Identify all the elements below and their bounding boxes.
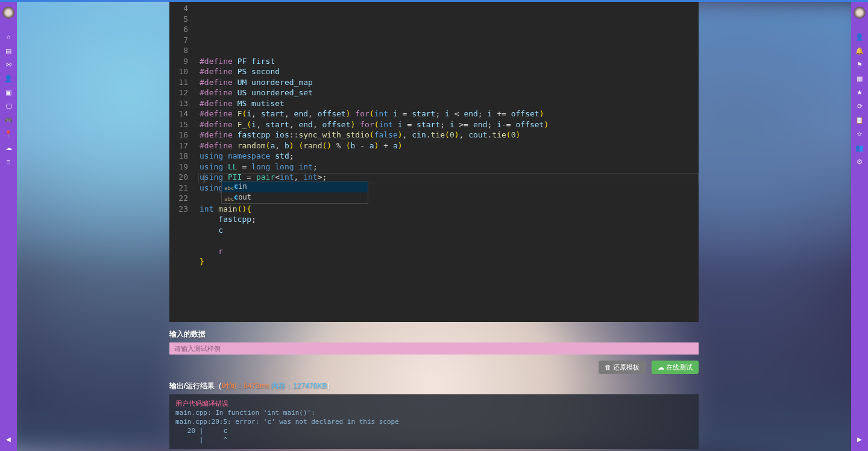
- left-nav-rail: ⌂▤✉👤▣🖵🎮📍☁≡ ◀: [0, 2, 17, 451]
- clip-icon[interactable]: 📋: [855, 116, 864, 124]
- monitor-icon[interactable]: 🖵: [4, 102, 13, 110]
- user2-icon[interactable]: 👥: [855, 144, 864, 152]
- book-icon[interactable]: ▦: [855, 74, 864, 83]
- flag-icon[interactable]: ⚑: [855, 60, 864, 69]
- code-area[interactable]: abccinabccout #define PF first#define PS…: [198, 0, 699, 322]
- right-nav-rail: 👤🔔⚑▦★⟳📋☆👥⚙ ▶: [851, 2, 868, 451]
- main-content: 4567891011121314151617181920212223 abcci…: [169, 0, 699, 449]
- line-gutter: 4567891011121314151617181920212223: [169, 0, 198, 322]
- text-cursor: [204, 174, 204, 183]
- control-icon[interactable]: 🎮: [4, 116, 13, 124]
- error-header: 用户代码编译错误: [175, 400, 228, 408]
- file-icon[interactable]: ▤: [4, 46, 13, 55]
- chat-icon[interactable]: ✉: [4, 60, 13, 69]
- list-icon[interactable]: ≡: [4, 157, 13, 166]
- cloud-icon: ☁: [658, 364, 664, 371]
- cloud-icon[interactable]: ☁: [4, 144, 13, 152]
- star2-icon[interactable]: ☆: [855, 130, 864, 138]
- home-icon[interactable]: ⌂: [4, 33, 13, 41]
- user-icon[interactable]: 👤: [4, 74, 13, 83]
- pin-icon[interactable]: 📍: [4, 130, 13, 138]
- avatar-right[interactable]: [854, 7, 866, 19]
- folder-icon[interactable]: ▣: [4, 88, 13, 96]
- output-console: 用户代码编译错误 main.cpp: In function 'int main…: [169, 394, 699, 449]
- output-section-label: 输出/运行结果（时间：5473ms 内存：127476KB）: [169, 381, 699, 391]
- suggest-cout[interactable]: abccout: [222, 192, 368, 203]
- online-test-button[interactable]: ☁在线测试: [652, 361, 699, 374]
- collapse-right-icon[interactable]: ▶: [857, 436, 862, 443]
- avatar[interactable]: [2, 7, 14, 19]
- button-row: 🗑还原模板 ☁在线测试: [169, 361, 699, 374]
- suggest-cin[interactable]: abccin: [222, 181, 368, 192]
- collapse-left-icon[interactable]: ◀: [6, 436, 11, 443]
- refresh-icon[interactable]: ⟳: [855, 102, 864, 110]
- reset-icon: 🗑: [605, 364, 611, 371]
- reset-template-button[interactable]: 🗑还原模板: [599, 361, 646, 374]
- user-icon[interactable]: 👤: [855, 33, 864, 41]
- test-input[interactable]: [169, 342, 699, 355]
- autocomplete-popup[interactable]: abccinabccout: [221, 181, 368, 204]
- bell-icon[interactable]: 🔔: [855, 46, 864, 55]
- star-icon[interactable]: ★: [855, 88, 864, 96]
- top-bar: [0, 0, 868, 2]
- gear-icon[interactable]: ⚙: [855, 157, 864, 166]
- input-section-label: 输入的数据: [169, 329, 699, 339]
- code-editor[interactable]: 4567891011121314151617181920212223 abcci…: [169, 0, 699, 322]
- error-body: main.cpp: In function 'int main()': main…: [175, 409, 399, 444]
